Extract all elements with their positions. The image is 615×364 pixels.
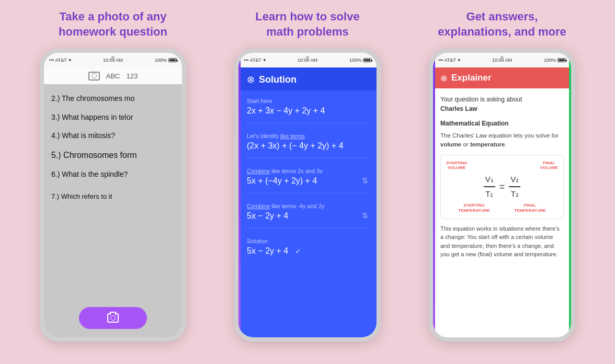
panel-3-title: Get answers,explanations, and more <box>438 9 566 39</box>
solution-step-2: Let's identify like terms (2x + 3x) + (−… <box>247 133 368 158</box>
camera-text-items: 2.) The chromosomes mo 3.) What happens … <box>44 84 182 189</box>
solution-step-5: Solution 5x − 2y + 4 ✓ <box>247 238 368 263</box>
solution-logo-icon: ⊗ <box>247 74 255 85</box>
equals-sign: = <box>499 180 505 194</box>
step-3-label: Combine like terms 2x and 3x <box>247 168 368 174</box>
t2-den: T₂ <box>511 188 519 200</box>
step-4-label: Combine like terms -4y and 2y <box>247 203 368 209</box>
diagram-bottom-labels: STARTINGTEMPERATURE FINALTEMPERATURE <box>446 203 558 213</box>
capture-button[interactable] <box>79 307 147 329</box>
question-4: 5.) Chromosomes form <box>51 145 175 165</box>
camera-dot-1 <box>111 56 115 59</box>
phone-2: ••• AT&T ✦ 10:09 AM 100% ⊗ Solution Star… <box>234 49 381 342</box>
status-carrier-3: ••• AT&T ✦ <box>438 58 461 63</box>
camera-bottom <box>44 307 182 329</box>
mathematical-equation-title: Mathematical Equation <box>440 119 564 128</box>
solution-body: Start here 2x + 3x − 4y + 2y + 4 Let's i… <box>238 90 377 337</box>
question-6: 7.) Which refers to it <box>44 189 182 203</box>
camera-abc-label: ABC <box>106 72 120 80</box>
explainer-header: ⊗ Explainer <box>433 67 571 88</box>
step-4-expand-icon[interactable]: ⇅ <box>362 211 368 220</box>
status-bar-2: ••• AT&T ✦ 10:09 AM 100% <box>238 53 377 67</box>
step-5-label: Solution <box>247 238 368 244</box>
diagram-top-labels: STARTINGVOLUME FINALVOLUME <box>446 161 558 170</box>
charles-law-diagram: STARTINGVOLUME FINALVOLUME V₁ T₁ = V <box>440 155 564 219</box>
status-battery-3: 100% <box>544 58 566 63</box>
solution-title: Solution <box>259 74 297 85</box>
t1-den: T₁ <box>485 188 493 200</box>
step-4-expr: 5x − 2y + 4 <box>247 211 368 221</box>
final-temp-label: FINALTEMPERATURE <box>514 203 545 213</box>
explainer-screen: ⊗ Explainer Your question is asking abou… <box>433 67 571 337</box>
solution-step-3: Combine like terms 2x and 3x 5x + (−4y +… <box>247 168 368 194</box>
camera-123-label: 123 <box>127 72 138 80</box>
accent-left-3 <box>433 67 435 337</box>
camera-top-bar: ABC 123 <box>44 67 182 84</box>
status-carrier-2: ••• AT&T ✦ <box>244 58 267 63</box>
step-1-label: Start here <box>247 98 368 104</box>
panel-1: Take a photo of anyhomework question •••… <box>21 9 204 342</box>
final-volume-label: FINALVOLUME <box>540 161 558 170</box>
explainer-logo-icon: ⊗ <box>440 73 447 83</box>
volume-bold: volume <box>440 141 461 147</box>
accent-left <box>238 67 241 337</box>
explainer-intro: Your question is asking aboutCharles Law <box>440 95 564 113</box>
v1-num: V₁ <box>485 174 494 186</box>
explainer-footer-text: This equation works in situations where … <box>440 224 564 259</box>
question-3: 4.) What is mitosis? <box>51 127 175 145</box>
phone-1: ••• AT&T ✦ 10:09 AM 100% ABC 123 2.) The… <box>40 49 186 342</box>
step-3-expand-icon[interactable]: ⇅ <box>362 176 368 185</box>
charles-law-bold: Charles Law <box>440 105 477 112</box>
starting-volume-label: STARTINGVOLUME <box>446 161 467 170</box>
status-carrier-1: ••• AT&T ✦ <box>49 58 72 63</box>
question-5: 6.) What is the spindle? <box>51 165 175 184</box>
explainer-body: Your question is asking aboutCharles Law… <box>433 88 571 337</box>
question-1: 2.) The chromosomes mo <box>51 89 175 108</box>
capture-icon <box>107 313 119 323</box>
main-container: Take a photo of anyhomework question •••… <box>0 0 615 364</box>
accent-right-green <box>569 67 571 337</box>
equation-description: The Charles' Law equation lets you solve… <box>440 131 564 150</box>
question-2: 3.) What happens in telor <box>51 108 175 127</box>
panel-3: Get answers,explanations, and more ••• A… <box>411 9 594 342</box>
fraction-line-2 <box>509 186 520 187</box>
status-bar-1: ••• AT&T ✦ 10:09 AM 100% <box>44 53 182 67</box>
step-5-expr: 5x − 2y + 4 ✓ <box>247 246 368 256</box>
camera-dot-3 <box>500 56 504 59</box>
phone-3: ••• AT&T ✦ 10:09 AM 100% ⊗ Explainer You… <box>429 49 575 342</box>
solution-step-1: Start here 2x + 3x − 4y + 2y + 4 <box>247 98 368 123</box>
diagram-equation: V₁ T₁ = V₂ T₂ <box>484 174 521 200</box>
panel-1-title: Take a photo of anyhomework question <box>59 9 167 39</box>
fraction-1: V₁ T₁ <box>484 174 495 200</box>
camera-icon <box>88 72 100 81</box>
solution-screen: ⊗ Solution Start here 2x + 3x − 4y + 2y … <box>238 67 377 337</box>
step-2-label: Let's identify like terms <box>247 133 368 139</box>
starting-temp-label: STARTINGTEMPERATURE <box>458 203 489 213</box>
panel-2-title: Learn how to solvemath problems <box>255 9 359 39</box>
camera-screen: ABC 123 2.) The chromosomes mo 3.) What … <box>44 67 182 337</box>
solution-step-4: Combine like terms -4y and 2y 5x − 2y + … <box>247 203 368 229</box>
step-1-expr: 2x + 3x − 4y + 2y + 4 <box>247 106 368 116</box>
panel-2: Learn how to solvemath problems ••• AT&T… <box>216 9 399 342</box>
camera-dot-2 <box>306 56 309 59</box>
step-2-expr: (2x + 3x) + (− 4y + 2y) + 4 <box>247 141 368 151</box>
status-bar-3: ••• AT&T ✦ 10:09 AM 100% <box>433 53 571 67</box>
fraction-line-1 <box>484 186 495 187</box>
status-battery-2: 100% <box>349 58 371 63</box>
step-3-expr: 5x + (−4y + 2y) + 4 <box>247 176 368 186</box>
v2-num: V₂ <box>510 174 519 186</box>
temperature-bold: temperature <box>470 141 505 147</box>
explainer-title: Explainer <box>451 73 492 83</box>
fraction-2: V₂ T₂ <box>509 174 520 200</box>
status-battery-1: 100% <box>155 58 177 63</box>
check-icon: ✓ <box>295 247 301 255</box>
solution-header: ⊗ Solution <box>238 67 377 90</box>
